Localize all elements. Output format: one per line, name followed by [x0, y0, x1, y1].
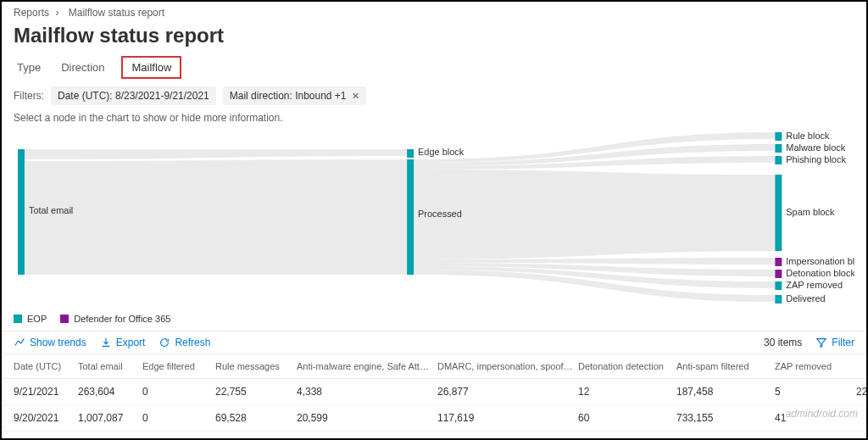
- sankey-node-delivered[interactable]: [775, 295, 782, 304]
- sankey-node-rule[interactable]: [775, 132, 782, 141]
- table-header: Date (UTC) Total email Edge filtered Rul…: [2, 354, 866, 379]
- breadcrumb: Reports › Mailflow status report: [2, 2, 866, 20]
- cell: 1,007,087: [78, 412, 137, 424]
- legend-eop: EOP: [14, 314, 47, 324]
- filter-chip-date-text: Date (UTC): 8/23/2021-9/21/2021: [58, 90, 209, 102]
- filters-row: Filters: Date (UTC): 8/23/2021-9/21/2021…: [2, 80, 866, 109]
- sankey-node-processed[interactable]: [407, 159, 414, 275]
- sankey-node-total[interactable]: [18, 149, 25, 275]
- tabs: Type Direction Mailflow: [2, 56, 866, 80]
- sankey-link: [414, 170, 775, 259]
- chart-hint: Select a node in the chart to show or hi…: [2, 109, 866, 131]
- filter-chip-direction[interactable]: Mail direction: Inbound +1 ✕: [223, 86, 366, 105]
- legend-defender: Defender for Office 365: [60, 314, 170, 324]
- sankey-label-phish: Phishing block: [786, 154, 846, 164]
- cell: 9/21/2021: [14, 386, 73, 398]
- col-date[interactable]: Date (UTC): [14, 361, 73, 371]
- cell: 22,159: [856, 386, 868, 398]
- sankey-node-spam[interactable]: [775, 175, 782, 251]
- cell: 12: [578, 386, 671, 398]
- col-zap[interactable]: ZAP removed: [775, 361, 851, 371]
- tab-type[interactable]: Type: [14, 56, 44, 79]
- cell: 187,458: [676, 386, 770, 398]
- download-icon: [100, 337, 112, 348]
- sankey-label-rule: Rule block: [786, 132, 830, 141]
- chart-legend: EOP Defender for Office 365: [2, 312, 866, 331]
- cell: 26,877: [437, 386, 573, 398]
- export-button[interactable]: Export: [100, 337, 146, 348]
- col-malware[interactable]: Anti-malware engine, Safe Attachme...: [297, 361, 432, 371]
- swatch-icon: [60, 315, 69, 323]
- cell: 733,155: [676, 412, 770, 424]
- table-row[interactable]: 9/21/2021 263,604 0 22,755 4,338 26,877 …: [2, 379, 866, 405]
- col-rule[interactable]: Rule messages: [215, 361, 292, 371]
- action-bar: Show trends Export Refresh 30 items Filt…: [2, 331, 866, 354]
- sankey-node-malware[interactable]: [775, 144, 782, 153]
- sankey-label-edge: Edge block: [418, 147, 465, 157]
- sankey-label-detonation: Detonation block: [786, 268, 854, 278]
- sankey-link: [25, 159, 407, 275]
- tab-mailflow[interactable]: Mailflow: [121, 56, 181, 79]
- sankey-chart[interactable]: Total email Edge block Processed Rule bl…: [14, 132, 854, 309]
- show-trends-button[interactable]: Show trends: [14, 337, 86, 348]
- filter-label: Filter: [832, 337, 854, 348]
- cell: 69,528: [215, 412, 292, 424]
- filter-chip-direction-text: Mail direction: Inbound +1: [230, 90, 347, 102]
- sankey-label-spam: Spam block: [786, 207, 835, 217]
- page-title: Mailflow status report: [2, 20, 866, 56]
- col-dmarc[interactable]: DMARC, impersonation, spoof, phish...: [437, 361, 573, 371]
- chevron-right-icon: ›: [55, 7, 58, 19]
- legend-eop-label: EOP: [27, 314, 47, 324]
- cell: 22,755: [215, 386, 292, 398]
- cell: 0: [142, 386, 210, 398]
- breadcrumb-current: Mailflow status report: [69, 7, 164, 19]
- filter-button[interactable]: Filter: [815, 337, 854, 348]
- sankey-label-zap: ZAP removed: [786, 280, 843, 290]
- sankey-label-delivered: Delivered: [786, 293, 825, 304]
- chart-icon: [14, 337, 25, 348]
- sankey-node-edge[interactable]: [407, 149, 414, 158]
- sankey-node-zap[interactable]: [775, 281, 782, 290]
- sankey-label-processed: Processed: [418, 209, 462, 219]
- refresh-label: Refresh: [175, 337, 210, 348]
- cell: 5: [775, 386, 851, 398]
- data-table: Date (UTC) Total email Edge filtered Rul…: [2, 354, 866, 432]
- refresh-icon: [159, 337, 170, 348]
- sankey-node-detonation[interactable]: [775, 270, 782, 278]
- filter-chip-date[interactable]: Date (UTC): 8/23/2021-9/21/2021: [51, 86, 216, 105]
- show-trends-label: Show trends: [30, 337, 86, 348]
- cell: 41: [775, 412, 851, 424]
- breadcrumb-root[interactable]: Reports: [14, 7, 49, 19]
- cell: 20,599: [297, 412, 432, 424]
- col-detonation[interactable]: Detonation detection: [578, 361, 671, 371]
- item-count: 30 items: [764, 337, 802, 348]
- col-edge[interactable]: Edge filtered: [142, 361, 210, 371]
- table-row[interactable]: 9/20/2021 1,007,087 0 69,528 20,599 117,…: [2, 405, 866, 432]
- filter-icon: [815, 337, 827, 348]
- close-icon[interactable]: ✕: [352, 91, 359, 102]
- filters-label: Filters:: [14, 90, 44, 102]
- col-antispam[interactable]: Anti-spam filtered: [676, 361, 770, 371]
- sankey-node-impersonation[interactable]: [775, 258, 782, 266]
- sankey-link: [25, 149, 407, 159]
- cell: 9/20/2021: [14, 412, 73, 424]
- cell: 263,604: [78, 386, 137, 398]
- cell: 117,619: [437, 412, 573, 424]
- swatch-icon: [14, 315, 22, 323]
- sankey-label-impersonation: Impersonation block: [786, 256, 854, 266]
- sankey-node-phish[interactable]: [775, 156, 782, 164]
- sankey-label-malware: Malware block: [786, 142, 845, 153]
- tab-direction[interactable]: Direction: [58, 56, 108, 79]
- sankey-label-total: Total email: [29, 205, 73, 215]
- export-label: Export: [116, 337, 146, 348]
- cell: 4,338: [297, 386, 432, 398]
- legend-defender-label: Defender for Office 365: [74, 314, 170, 324]
- cell: 60: [578, 412, 671, 424]
- cell: 0: [142, 412, 210, 424]
- col-total[interactable]: Total email: [78, 361, 137, 371]
- refresh-button[interactable]: Refresh: [159, 337, 210, 348]
